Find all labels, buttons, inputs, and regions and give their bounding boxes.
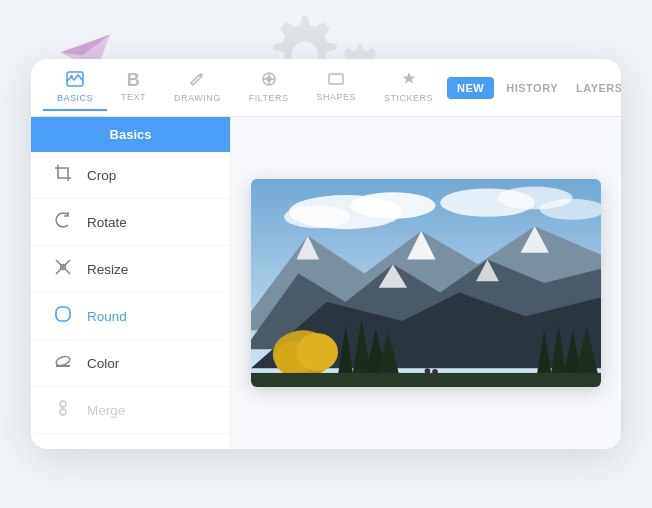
tab-drawing[interactable]: DRAWING xyxy=(160,65,235,111)
tab-text-label: TEXT xyxy=(121,92,146,102)
sidebar-item-rotate[interactable]: Rotate xyxy=(31,199,230,246)
merge-icon xyxy=(53,399,73,421)
sidebar-item-resize-label: Resize xyxy=(87,262,128,277)
sidebar-item-resize[interactable]: Resize xyxy=(31,246,230,293)
svg-point-4 xyxy=(70,75,73,78)
resize-icon xyxy=(53,258,73,280)
sidebar-item-crop[interactable]: Crop xyxy=(31,152,230,199)
svg-rect-43 xyxy=(426,373,429,382)
tab-filters[interactable]: FILTERS xyxy=(235,65,303,111)
round-icon xyxy=(53,305,73,327)
crop-icon xyxy=(53,164,73,186)
sidebar-section-title: Basics xyxy=(31,117,230,152)
landscape-image xyxy=(251,179,601,387)
sidebar-item-crop-label: Crop xyxy=(87,168,116,183)
content-area: Basics Crop Rotate xyxy=(31,117,621,449)
svg-point-46 xyxy=(432,369,438,375)
image-preview xyxy=(251,179,601,387)
tab-stickers[interactable]: STICKERS xyxy=(370,65,447,111)
sidebar-item-color-label: Color xyxy=(87,356,119,371)
drawing-icon xyxy=(189,71,205,90)
color-icon xyxy=(53,352,73,374)
filters-icon xyxy=(261,71,277,90)
tab-stickers-label: STICKERS xyxy=(384,93,433,103)
svg-point-18 xyxy=(284,205,350,228)
history-button[interactable]: HISTORY xyxy=(500,77,564,99)
svg-point-6 xyxy=(267,77,271,81)
main-card: BASICS B TEXT DRAWING xyxy=(31,59,621,449)
toolbar-tabs: BASICS B TEXT DRAWING xyxy=(43,65,447,111)
svg-point-17 xyxy=(350,192,435,218)
tab-drawing-label: DRAWING xyxy=(174,93,221,103)
rotate-icon xyxy=(53,211,73,233)
tab-filters-label: FILTERS xyxy=(249,93,289,103)
sidebar-item-round-label: Round xyxy=(87,309,127,324)
tab-basics-label: BASICS xyxy=(57,93,93,103)
basics-icon xyxy=(66,71,84,90)
new-button[interactable]: NEW xyxy=(447,77,494,99)
svg-point-44 xyxy=(425,368,431,374)
svg-rect-7 xyxy=(329,74,343,84)
text-icon: B xyxy=(127,71,140,89)
svg-point-32 xyxy=(296,333,338,371)
sidebar-item-merge[interactable]: Merge xyxy=(31,387,230,434)
sidebar-item-merge-label: Merge xyxy=(87,403,125,418)
svg-rect-45 xyxy=(434,374,437,383)
shapes-icon xyxy=(328,72,344,89)
main-area xyxy=(231,117,621,449)
svg-point-12 xyxy=(60,401,66,407)
sidebar: Basics Crop Rotate xyxy=(31,117,231,449)
tab-shapes[interactable]: SHAPES xyxy=(303,66,371,110)
tab-text[interactable]: B TEXT xyxy=(107,65,160,110)
svg-point-13 xyxy=(60,409,66,415)
sidebar-item-rotate-label: Rotate xyxy=(87,215,127,230)
sidebar-item-color[interactable]: Color xyxy=(31,340,230,387)
toolbar: BASICS B TEXT DRAWING xyxy=(31,59,621,117)
tab-basics[interactable]: BASICS xyxy=(43,65,107,111)
stickers-icon xyxy=(401,71,417,90)
svg-rect-9 xyxy=(56,307,70,321)
layers-button[interactable]: LAYERS xyxy=(570,77,621,99)
toolbar-actions: NEW HISTORY LAYERS SAVE xyxy=(447,77,621,99)
sidebar-item-round[interactable]: Round xyxy=(31,293,230,340)
tab-shapes-label: SHAPES xyxy=(317,92,357,102)
